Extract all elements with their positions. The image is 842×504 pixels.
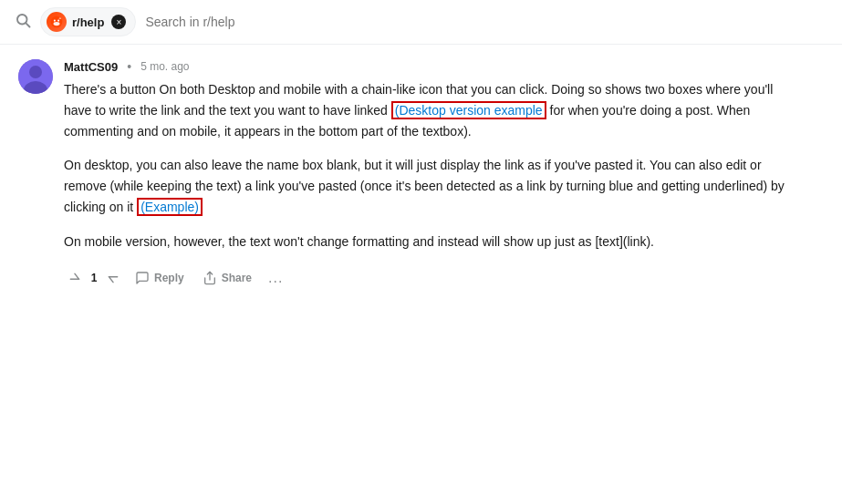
search-icon[interactable] — [15, 12, 31, 32]
comment-body: MattCS09 • 5 mo. ago There's a button On… — [64, 59, 803, 291]
comment-section: MattCS09 • 5 mo. ago There's a button On… — [0, 45, 821, 305]
subreddit-avatar — [47, 12, 67, 32]
svg-point-3 — [54, 22, 60, 26]
meta-separator: • — [127, 59, 131, 74]
reply-icon — [135, 271, 150, 285]
comment-meta: MattCS09 • 5 mo. ago — [64, 59, 803, 74]
example-link[interactable]: (Example) — [137, 198, 203, 216]
topbar: r/help × — [0, 0, 842, 45]
upvote-button[interactable] — [64, 267, 86, 289]
svg-point-5 — [57, 20, 59, 22]
share-icon — [203, 271, 217, 285]
search-input[interactable] — [145, 15, 827, 29]
share-button[interactable]: Share — [195, 266, 259, 290]
comment-time: 5 mo. ago — [140, 60, 189, 73]
reply-label: Reply — [154, 272, 184, 284]
vote-count: 1 — [89, 272, 99, 284]
reply-button[interactable]: Reply — [128, 266, 192, 290]
comment-author: MattCS09 — [64, 60, 118, 74]
svg-point-7 — [29, 66, 42, 78]
comment-paragraph-1: There's a button On both Desktop and mob… — [64, 79, 803, 142]
more-label: ... — [268, 270, 283, 285]
paragraph3-text: On mobile version, however, the text won… — [64, 234, 654, 249]
close-subreddit-icon[interactable]: × — [111, 15, 126, 29]
svg-line-1 — [26, 23, 29, 26]
downvote-button[interactable] — [102, 267, 124, 289]
subreddit-pill[interactable]: r/help × — [40, 7, 136, 36]
comment-paragraph-3: On mobile version, however, the text won… — [64, 231, 803, 252]
share-label: Share — [222, 272, 252, 284]
svg-point-4 — [54, 20, 56, 22]
desktop-version-link[interactable]: (Desktop version example — [391, 101, 546, 119]
vote-group: 1 — [64, 267, 124, 289]
subreddit-name: r/help — [72, 15, 104, 29]
comment-paragraph-2: On desktop, you can also leave the name … — [64, 155, 803, 218]
more-options-button[interactable]: ... — [263, 265, 288, 291]
avatar — [18, 59, 53, 94]
comment-actions: 1 Reply — [64, 265, 803, 291]
comment: MattCS09 • 5 mo. ago There's a button On… — [18, 59, 803, 291]
